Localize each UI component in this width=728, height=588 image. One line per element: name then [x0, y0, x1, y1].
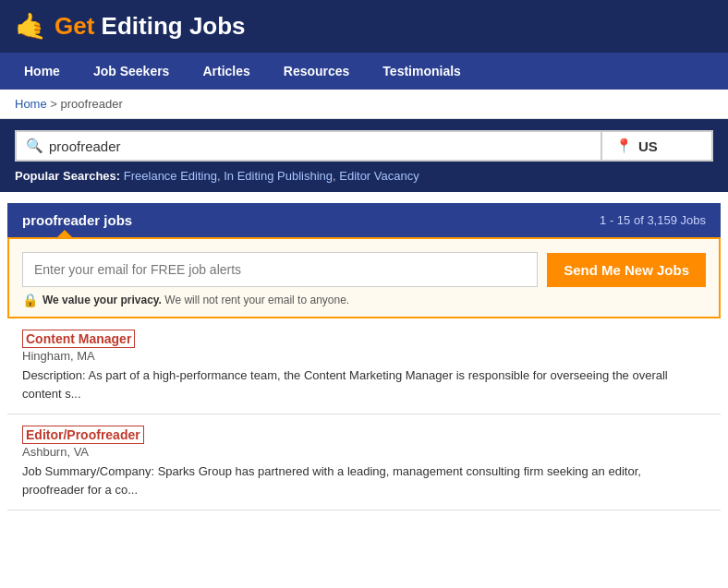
job-description-1: Description: As part of a high-performan…: [22, 366, 706, 402]
site-header: 🤙 Get Editing Jobs: [0, 0, 728, 53]
send-jobs-button[interactable]: Send Me New Jobs: [547, 253, 706, 287]
jobs-count: 1 - 15 of 3,159 Jobs: [600, 213, 706, 227]
jobs-section-title: proofreader jobs: [22, 212, 132, 228]
nav-home[interactable]: Home: [7, 53, 77, 90]
breadcrumb-current: proofreader: [61, 97, 123, 111]
popular-search-1[interactable]: Freelance Editing: [124, 169, 217, 183]
nav-job-seekers[interactable]: Job Seekers: [77, 53, 187, 90]
location-box: 📍 US: [602, 130, 713, 162]
popular-search-2[interactable]: In Editing Publishing: [224, 169, 333, 183]
popular-searches-label: Popular Searches:: [15, 169, 120, 183]
location-icon: 📍: [615, 138, 633, 154]
email-input[interactable]: [22, 252, 538, 287]
job-title-1: Content Manager: [22, 331, 706, 346]
search-icon: 🔍: [26, 138, 43, 154]
breadcrumb: Home > proofreader: [0, 90, 728, 119]
email-alert-row: Send Me New Jobs: [22, 252, 706, 287]
job-listing-2: Editor/Proofreader Ashburn, VA Job Summa…: [7, 414, 721, 510]
breadcrumb-home-link[interactable]: Home: [15, 97, 47, 111]
nav-articles[interactable]: Articles: [186, 53, 266, 90]
nav-testimonials[interactable]: Testimonials: [366, 53, 478, 90]
jobs-header-bar: proofreader jobs 1 - 15 of 3,159 Jobs: [7, 203, 721, 237]
job-link-1[interactable]: Content Manager: [22, 330, 135, 348]
job-listing-1: Content Manager Hingham, MA Description:…: [7, 318, 721, 414]
search-input[interactable]: [49, 138, 591, 154]
job-location-1: Hingham, MA: [22, 349, 706, 363]
popular-searches: Popular Searches: Freelance Editing, In …: [15, 169, 713, 183]
email-alert-box: Send Me New Jobs 🔒 We value your privacy…: [7, 237, 721, 318]
job-description-2: Job Summary/Company: Sparks Group has pa…: [22, 462, 706, 498]
job-title-2: Editor/Proofreader: [22, 427, 706, 442]
search-row: 🔍 📍 US: [15, 130, 713, 162]
location-value: US: [638, 138, 658, 154]
search-box: 🔍: [15, 130, 602, 162]
logo[interactable]: 🤙 Get Editing Jobs: [15, 11, 246, 42]
lock-icon: 🔒: [22, 293, 38, 307]
site-title: Get Editing Jobs: [55, 12, 246, 41]
job-link-2[interactable]: Editor/Proofreader: [22, 426, 144, 444]
search-section: 🔍 📍 US Popular Searches: Freelance Editi…: [0, 119, 728, 192]
popular-search-3[interactable]: Editor Vacancy: [339, 169, 419, 183]
privacy-strong: We value your privacy. We will not rent …: [42, 294, 349, 306]
nav-resources[interactable]: Resources: [267, 53, 367, 90]
main-nav: Home Job Seekers Articles Resources Test…: [0, 53, 728, 90]
logo-icon: 🤙: [15, 11, 47, 42]
privacy-note: 🔒 We value your privacy. We will not ren…: [22, 293, 706, 307]
job-location-2: Ashburn, VA: [22, 445, 706, 459]
